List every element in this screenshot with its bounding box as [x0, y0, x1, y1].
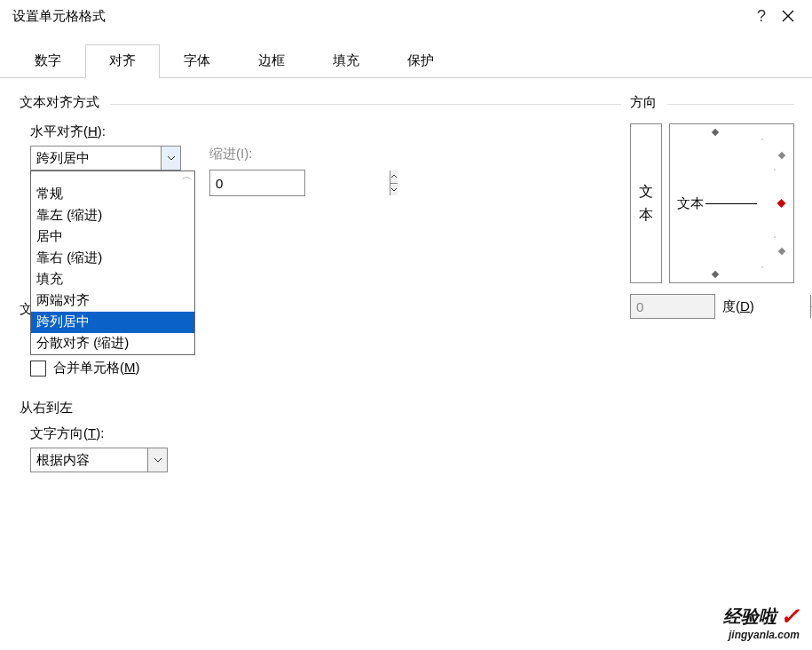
tick-icon: [778, 152, 785, 159]
indent-spinbox[interactable]: [209, 170, 305, 196]
orientation-angle-box[interactable]: 文本: [669, 123, 794, 283]
arc-dot: [774, 169, 776, 170]
merge-cells-label: 合并单元格(M): [53, 360, 140, 377]
tab-bar: 数字 对齐 字体 边框 填充 保护: [0, 44, 812, 78]
degree-label: 度(D): [722, 298, 754, 315]
horizontal-align-value: 跨列居中: [31, 150, 161, 167]
degree-input[interactable]: [631, 295, 810, 318]
tick-icon: [712, 271, 719, 278]
group-rtl-label: 从右到左: [20, 400, 621, 416]
orientation-text-label: 文本: [677, 195, 704, 212]
indent-spin-down[interactable]: [390, 184, 398, 196]
align-option-justify[interactable]: 两端对齐: [31, 290, 194, 312]
horizontal-align-dropdown: ︿ 常规 靠左 (缩进) 居中 靠右 (缩进) 填充 两端对齐 跨列居中 分散对…: [30, 170, 195, 355]
watermark: 经验啦 ✓ jingyanla.com: [723, 603, 800, 641]
indent-spin-up[interactable]: [390, 170, 398, 184]
orientation-handle[interactable]: [777, 199, 786, 208]
tab-border[interactable]: 边框: [234, 44, 309, 78]
tab-number[interactable]: 数字: [11, 44, 85, 78]
horizontal-align-combo[interactable]: 跨列居中 ︿ 常规 靠左 (缩进) 居中 靠右 (缩进) 填充 两端对齐 跨列居…: [30, 146, 181, 170]
text-direction-combo[interactable]: 根据内容: [30, 448, 168, 472]
orientation-line: [706, 203, 757, 204]
text-direction-value: 根据内容: [31, 452, 147, 469]
check-icon: ✓: [780, 603, 800, 630]
close-button[interactable]: [775, 8, 801, 25]
chevron-up-icon: [390, 174, 398, 178]
group-text-alignment-label: 文本对齐方式: [20, 94, 99, 109]
chevron-down-icon: [154, 457, 162, 463]
tab-fill[interactable]: 填充: [309, 44, 383, 78]
tick-icon: [712, 129, 719, 136]
text-direction-dropdown-button[interactable]: [147, 448, 167, 472]
align-option-center[interactable]: 居中: [31, 226, 194, 248]
degree-spinbox[interactable]: [630, 294, 715, 319]
tick-icon: [778, 248, 785, 255]
indent-label: 缩进(I):: [209, 146, 305, 162]
close-icon: [782, 10, 794, 22]
indent-input[interactable]: [210, 170, 390, 195]
help-button[interactable]: ?: [748, 7, 775, 26]
group-orientation: 方向: [630, 94, 794, 111]
align-option-left-indent[interactable]: 靠左 (缩进): [31, 205, 194, 226]
arc-dot: [774, 236, 776, 238]
arc-dot: [761, 266, 763, 268]
tab-alignment[interactable]: 对齐: [85, 44, 160, 78]
text-direction-label: 文字方向(T):: [30, 425, 621, 442]
dropdown-scroll-up[interactable]: ︿: [31, 171, 194, 184]
chevron-down-icon: [390, 187, 398, 192]
merge-cells-checkbox[interactable]: [30, 361, 46, 377]
align-option-general[interactable]: 常规: [31, 184, 194, 205]
merge-cells-row: 合并单元格(M): [30, 360, 621, 377]
watermark-text: 经验啦: [723, 605, 777, 629]
chevron-down-icon: [167, 155, 176, 161]
arc-dot: [761, 139, 763, 140]
group-orientation-label: 方向: [630, 94, 657, 109]
titlebar: 设置单元格格式 ?: [0, 0, 812, 31]
align-option-distributed-indent[interactable]: 分散对齐 (缩进): [31, 333, 194, 354]
horizontal-align-label: 水平对齐(H):: [30, 123, 621, 140]
dialog-title: 设置单元格格式: [12, 8, 748, 25]
vertical-text-button[interactable]: 文 本: [630, 123, 662, 283]
tab-font[interactable]: 字体: [160, 44, 234, 78]
tab-protection[interactable]: 保护: [383, 44, 458, 78]
align-option-right-indent[interactable]: 靠右 (缩进): [31, 248, 194, 269]
group-text-alignment: 文本对齐方式: [20, 94, 621, 111]
align-option-center-across[interactable]: 跨列居中: [31, 312, 194, 333]
horizontal-align-dropdown-button[interactable]: [161, 147, 180, 170]
watermark-url: jingyanla.com: [723, 629, 800, 641]
align-option-fill[interactable]: 填充: [31, 269, 194, 290]
